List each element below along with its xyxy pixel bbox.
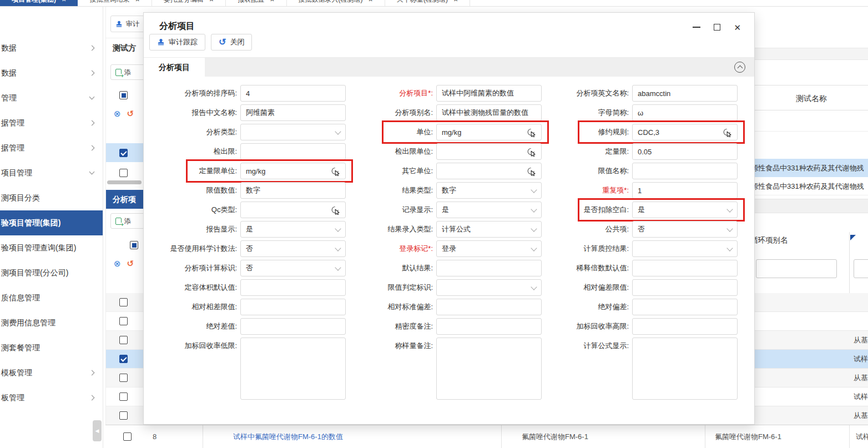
field-select-control[interactable]: 计算公式 xyxy=(436,221,542,238)
table-row[interactable] xyxy=(106,312,143,331)
sidebar-item[interactable]: 质信息管理 xyxy=(0,285,103,310)
sidebar-item[interactable]: 数据 xyxy=(0,36,103,61)
field-text-control[interactable] xyxy=(632,260,738,276)
sidebar-item[interactable]: 据管理 xyxy=(0,110,103,135)
sidebar-item[interactable]: 测费用信息管理 xyxy=(0,310,103,335)
row-checkbox[interactable] xyxy=(119,336,128,344)
add-button[interactable]: 添 xyxy=(110,64,143,80)
sidebar-item[interactable]: 验项目管理(集团) xyxy=(0,210,103,235)
sidebar-item[interactable]: 板管理 xyxy=(0,385,103,410)
table-row[interactable] xyxy=(106,331,143,350)
field-text-control[interactable]: 0.05 xyxy=(632,143,738,160)
field-lookup-control[interactable]: mg/kg xyxy=(240,163,346,179)
audit-trail-button[interactable]: 审计跟踪 xyxy=(149,34,205,51)
field-select-control[interactable] xyxy=(436,279,542,296)
selected-table-row[interactable] xyxy=(106,143,143,162)
row-checkbox[interactable] xyxy=(119,392,128,401)
table-row[interactable] xyxy=(106,293,143,312)
tab-close-icon[interactable]: ✕ xyxy=(135,0,139,3)
maximize-icon[interactable] xyxy=(714,24,720,31)
field-text-control[interactable] xyxy=(436,318,542,335)
sidebar-item[interactable]: 验项目管理查询(集团) xyxy=(0,235,103,260)
analysis-item-link[interactable]: 试样中氟菌唑代谢物FM-6-1的数值 xyxy=(233,425,343,448)
table-row[interactable]: 从基 xyxy=(755,331,868,350)
close-dialog-button[interactable]: ↺ 关闭 xyxy=(211,34,252,51)
row-checkbox[interactable] xyxy=(119,298,128,306)
field-lookup-control[interactable] xyxy=(436,143,542,160)
column-filter-input[interactable] xyxy=(756,259,837,278)
sidebar-item[interactable]: 测项目管理(分公司) xyxy=(0,260,103,285)
row-checkbox[interactable] xyxy=(119,374,128,382)
table-row[interactable]: 从基 xyxy=(755,369,868,387)
field-text-control[interactable] xyxy=(240,318,346,335)
field-text-control[interactable] xyxy=(436,260,542,276)
field-text-control[interactable]: 1 xyxy=(632,182,738,199)
field-lookup-control[interactable]: mg/kg xyxy=(436,124,542,140)
field-select-control[interactable] xyxy=(240,124,346,140)
field-textarea-control[interactable] xyxy=(632,338,738,400)
field-textarea-control[interactable] xyxy=(240,338,346,400)
tab-close-icon[interactable]: ✕ xyxy=(453,0,458,3)
field-text-control[interactable]: 试样中阿维菌素的数值 xyxy=(436,85,542,102)
sidebar-item[interactable]: 据管理 xyxy=(0,135,103,160)
column-header-loop-alias[interactable]: 循环项别名 xyxy=(755,235,788,245)
field-select-control[interactable]: 登录 xyxy=(436,240,542,257)
sidebar-item[interactable]: 数据 xyxy=(0,61,103,85)
field-select-control[interactable]: 否 xyxy=(240,260,346,276)
collapse-section-button[interactable] xyxy=(734,62,745,73)
tab-close-icon[interactable]: ✕ xyxy=(209,0,214,3)
row-checkbox[interactable] xyxy=(119,169,128,177)
field-text-control[interactable]: 试样中被测物残留量的数值 xyxy=(436,104,542,121)
sidebar-item[interactable]: 模板管理 xyxy=(0,360,103,385)
field-text-control[interactable] xyxy=(240,143,346,160)
sidebar-item[interactable]: 测项目分类 xyxy=(0,185,103,210)
field-text-control[interactable] xyxy=(240,279,346,296)
field-select-control[interactable]: 数字 xyxy=(436,182,542,199)
table-row[interactable] xyxy=(106,350,143,369)
add-button[interactable]: 添 xyxy=(110,213,143,229)
table-row[interactable] xyxy=(106,387,143,406)
field-text-control[interactable] xyxy=(632,318,738,335)
table-row[interactable]: 从基 xyxy=(755,406,868,425)
field-lookup-control[interactable]: CDC,3 xyxy=(632,124,738,140)
sidebar-collapse-handle[interactable]: ◀ xyxy=(93,420,102,441)
tab-item[interactable]: 委托业务编辑✕ xyxy=(152,0,226,7)
table-bottom-row[interactable]: 8 试样中氟菌唑代谢物FM-6-1的数值 氟菌唑代谢物FM-6-1 氟菌唑代谢物… xyxy=(105,425,868,448)
row-checkbox[interactable] xyxy=(119,355,128,363)
clear-filter-icon[interactable]: ⊗ xyxy=(114,259,121,269)
field-text-control[interactable]: 数字 xyxy=(240,182,346,199)
reset-icon[interactable]: ↺ xyxy=(127,109,134,119)
column-filter-input[interactable] xyxy=(854,259,868,278)
audit-trail-button-partial[interactable]: 审计 xyxy=(110,16,143,32)
field-text-control[interactable]: ω xyxy=(632,104,738,121)
close-icon[interactable]: ✕ xyxy=(734,23,741,32)
field-text-control[interactable] xyxy=(240,299,346,315)
sidebar-item[interactable]: 测套餐管理 xyxy=(0,335,103,360)
minimize-icon[interactable] xyxy=(693,27,700,28)
field-lookup-control[interactable] xyxy=(240,202,346,218)
select-all-checkbox[interactable] xyxy=(130,241,138,249)
sidebar-item[interactable]: 管理 xyxy=(0,85,103,110)
table-row[interactable] xyxy=(106,369,143,387)
field-select-control[interactable]: 是 xyxy=(436,202,542,218)
table-row[interactable]: 试样 xyxy=(755,387,868,406)
horizontal-scrollbar[interactable] xyxy=(107,180,142,184)
tab-item[interactable]: 接批数据录入(检测组)✕ xyxy=(287,0,385,7)
reset-icon[interactable]: ↺ xyxy=(127,259,134,269)
table-row[interactable]: 试样 xyxy=(755,350,868,369)
field-text-control[interactable] xyxy=(632,279,738,296)
selected-table-row[interactable]: 源性食品中331种农药及其代谢物残 xyxy=(755,159,868,177)
row-checkbox-checked[interactable] xyxy=(119,149,128,157)
field-select-control[interactable]: 是 xyxy=(240,221,346,238)
field-select-control[interactable]: 否 xyxy=(240,240,346,257)
row-checkbox[interactable] xyxy=(123,432,132,441)
field-textarea-control[interactable] xyxy=(436,338,542,400)
field-select-control[interactable]: 否 xyxy=(632,221,738,238)
select-all-checkbox[interactable] xyxy=(119,91,128,99)
table-row[interactable] xyxy=(755,293,868,312)
tab-close-icon[interactable]: ✕ xyxy=(369,0,373,3)
field-text-control[interactable] xyxy=(436,299,542,315)
field-lookup-control[interactable] xyxy=(436,163,542,179)
field-select-control[interactable]: 是 xyxy=(632,202,738,218)
clear-filter-icon[interactable]: ⊗ xyxy=(114,109,121,119)
